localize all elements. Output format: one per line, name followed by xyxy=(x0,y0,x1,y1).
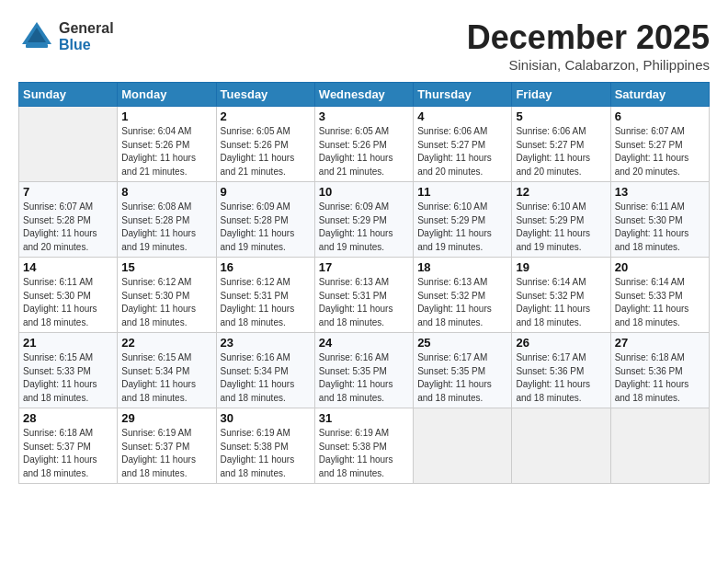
calendar-cell: 20Sunrise: 6:14 AMSunset: 5:33 PMDayligh… xyxy=(610,258,709,333)
day-info: Sunrise: 6:09 AMSunset: 5:29 PMDaylight:… xyxy=(319,201,409,254)
day-number: 11 xyxy=(417,185,507,199)
day-info: Sunrise: 6:07 AMSunset: 5:27 PMDaylight:… xyxy=(615,125,705,178)
calendar-cell: 4Sunrise: 6:06 AMSunset: 5:27 PMDaylight… xyxy=(414,107,512,182)
day-info: Sunrise: 6:19 AMSunset: 5:38 PMDaylight:… xyxy=(221,427,311,480)
day-number: 31 xyxy=(319,411,409,425)
calendar-cell: 19Sunrise: 6:14 AMSunset: 5:32 PMDayligh… xyxy=(512,258,610,333)
day-info: Sunrise: 6:06 AMSunset: 5:27 PMDaylight:… xyxy=(417,125,507,178)
calendar-cell: 29Sunrise: 6:19 AMSunset: 5:37 PMDayligh… xyxy=(118,408,216,484)
day-info: Sunrise: 6:08 AMSunset: 5:28 PMDaylight:… xyxy=(121,201,211,254)
day-number: 9 xyxy=(221,185,311,199)
col-header-sunday: Sunday xyxy=(19,83,118,107)
day-number: 6 xyxy=(615,109,705,123)
col-header-saturday: Saturday xyxy=(610,83,709,107)
calendar-cell: 11Sunrise: 6:10 AMSunset: 5:29 PMDayligh… xyxy=(414,182,512,258)
day-info: Sunrise: 6:13 AMSunset: 5:31 PMDaylight:… xyxy=(319,276,409,329)
day-number: 30 xyxy=(221,411,311,425)
calendar-cell: 31Sunrise: 6:19 AMSunset: 5:38 PMDayligh… xyxy=(314,408,413,484)
header: General Blue December 2025 Sinisian, Cal… xyxy=(18,18,710,73)
day-info: Sunrise: 6:17 AMSunset: 5:35 PMDaylight:… xyxy=(417,351,507,405)
calendar-cell: 3Sunrise: 6:05 AMSunset: 5:26 PMDaylight… xyxy=(314,107,413,182)
logo-general-text: General xyxy=(59,20,114,37)
calendar-cell: 21Sunrise: 6:15 AMSunset: 5:33 PMDayligh… xyxy=(19,333,118,408)
day-info: Sunrise: 6:06 AMSunset: 5:27 PMDaylight:… xyxy=(516,125,606,178)
week-row-3: 14Sunrise: 6:11 AMSunset: 5:30 PMDayligh… xyxy=(19,258,710,333)
day-number: 23 xyxy=(221,336,311,350)
calendar-cell: 8Sunrise: 6:08 AMSunset: 5:28 PMDaylight… xyxy=(118,182,216,258)
calendar-cell: 14Sunrise: 6:11 AMSunset: 5:30 PMDayligh… xyxy=(19,258,118,333)
week-row-4: 21Sunrise: 6:15 AMSunset: 5:33 PMDayligh… xyxy=(19,333,710,408)
day-number: 19 xyxy=(516,260,606,274)
day-number: 10 xyxy=(319,185,409,199)
day-info: Sunrise: 6:15 AMSunset: 5:34 PMDaylight:… xyxy=(121,351,211,405)
day-number: 14 xyxy=(23,260,113,274)
day-info: Sunrise: 6:10 AMSunset: 5:29 PMDaylight:… xyxy=(417,201,507,254)
calendar-cell: 5Sunrise: 6:06 AMSunset: 5:27 PMDaylight… xyxy=(512,107,610,182)
day-number: 3 xyxy=(319,109,409,123)
day-number: 27 xyxy=(615,336,705,350)
day-number: 12 xyxy=(516,185,606,199)
day-number: 24 xyxy=(319,336,409,350)
calendar-cell: 9Sunrise: 6:09 AMSunset: 5:28 PMDaylight… xyxy=(216,182,314,258)
logo: General Blue xyxy=(18,18,114,55)
day-number: 15 xyxy=(121,260,211,274)
day-number: 8 xyxy=(121,185,211,199)
day-number: 16 xyxy=(221,260,311,274)
logo-text: General Blue xyxy=(59,20,114,52)
calendar-cell: 13Sunrise: 6:11 AMSunset: 5:30 PMDayligh… xyxy=(610,182,709,258)
col-header-wednesday: Wednesday xyxy=(314,83,413,107)
day-number: 18 xyxy=(417,260,507,274)
day-info: Sunrise: 6:13 AMSunset: 5:32 PMDaylight:… xyxy=(417,276,507,329)
calendar-cell: 16Sunrise: 6:12 AMSunset: 5:31 PMDayligh… xyxy=(216,258,314,333)
day-number: 29 xyxy=(121,411,211,425)
calendar-cell xyxy=(610,408,709,484)
col-header-tuesday: Tuesday xyxy=(216,83,314,107)
day-number: 7 xyxy=(23,185,113,199)
svg-rect-2 xyxy=(26,44,48,48)
day-info: Sunrise: 6:19 AMSunset: 5:37 PMDaylight:… xyxy=(121,427,211,480)
calendar-cell xyxy=(512,408,610,484)
page: General Blue December 2025 Sinisian, Cal… xyxy=(0,0,728,493)
day-info: Sunrise: 6:10 AMSunset: 5:29 PMDaylight:… xyxy=(516,201,606,254)
day-info: Sunrise: 6:18 AMSunset: 5:37 PMDaylight:… xyxy=(23,427,113,480)
day-number: 1 xyxy=(121,109,211,123)
day-info: Sunrise: 6:14 AMSunset: 5:33 PMDaylight:… xyxy=(615,276,705,329)
day-info: Sunrise: 6:14 AMSunset: 5:32 PMDaylight:… xyxy=(516,276,606,329)
location: Sinisian, Calabarzon, Philippines xyxy=(467,57,710,73)
calendar-cell: 15Sunrise: 6:12 AMSunset: 5:30 PMDayligh… xyxy=(118,258,216,333)
calendar-cell xyxy=(19,107,118,182)
day-info: Sunrise: 6:05 AMSunset: 5:26 PMDaylight:… xyxy=(221,125,311,178)
calendar-cell: 7Sunrise: 6:07 AMSunset: 5:28 PMDaylight… xyxy=(19,182,118,258)
title-block: December 2025 Sinisian, Calabarzon, Phil… xyxy=(467,18,710,73)
logo-blue-text: Blue xyxy=(59,37,114,53)
day-number: 25 xyxy=(417,336,507,350)
day-info: Sunrise: 6:11 AMSunset: 5:30 PMDaylight:… xyxy=(615,201,705,254)
calendar-cell: 30Sunrise: 6:19 AMSunset: 5:38 PMDayligh… xyxy=(216,408,314,484)
calendar-cell: 2Sunrise: 6:05 AMSunset: 5:26 PMDaylight… xyxy=(216,107,314,182)
day-info: Sunrise: 6:18 AMSunset: 5:36 PMDaylight:… xyxy=(615,351,705,405)
calendar-cell: 17Sunrise: 6:13 AMSunset: 5:31 PMDayligh… xyxy=(314,258,413,333)
calendar-cell: 24Sunrise: 6:16 AMSunset: 5:35 PMDayligh… xyxy=(314,333,413,408)
day-info: Sunrise: 6:16 AMSunset: 5:34 PMDaylight:… xyxy=(221,351,311,405)
col-header-thursday: Thursday xyxy=(414,83,512,107)
day-info: Sunrise: 6:09 AMSunset: 5:28 PMDaylight:… xyxy=(221,201,311,254)
day-number: 4 xyxy=(417,109,507,123)
day-number: 20 xyxy=(615,260,705,274)
week-row-5: 28Sunrise: 6:18 AMSunset: 5:37 PMDayligh… xyxy=(19,408,710,484)
logo-icon xyxy=(18,18,55,55)
day-number: 22 xyxy=(121,336,211,350)
day-number: 5 xyxy=(516,109,606,123)
calendar-cell: 23Sunrise: 6:16 AMSunset: 5:34 PMDayligh… xyxy=(216,333,314,408)
day-info: Sunrise: 6:19 AMSunset: 5:38 PMDaylight:… xyxy=(319,427,409,480)
calendar-cell: 25Sunrise: 6:17 AMSunset: 5:35 PMDayligh… xyxy=(414,333,512,408)
day-info: Sunrise: 6:05 AMSunset: 5:26 PMDaylight:… xyxy=(319,125,409,178)
day-info: Sunrise: 6:04 AMSunset: 5:26 PMDaylight:… xyxy=(121,125,211,178)
calendar-cell: 1Sunrise: 6:04 AMSunset: 5:26 PMDaylight… xyxy=(118,107,216,182)
day-info: Sunrise: 6:07 AMSunset: 5:28 PMDaylight:… xyxy=(23,201,113,254)
day-info: Sunrise: 6:12 AMSunset: 5:30 PMDaylight:… xyxy=(121,276,211,329)
calendar-cell: 12Sunrise: 6:10 AMSunset: 5:29 PMDayligh… xyxy=(512,182,610,258)
calendar-cell: 18Sunrise: 6:13 AMSunset: 5:32 PMDayligh… xyxy=(414,258,512,333)
calendar-cell: 28Sunrise: 6:18 AMSunset: 5:37 PMDayligh… xyxy=(19,408,118,484)
col-header-friday: Friday xyxy=(512,83,610,107)
day-info: Sunrise: 6:12 AMSunset: 5:31 PMDaylight:… xyxy=(221,276,311,329)
